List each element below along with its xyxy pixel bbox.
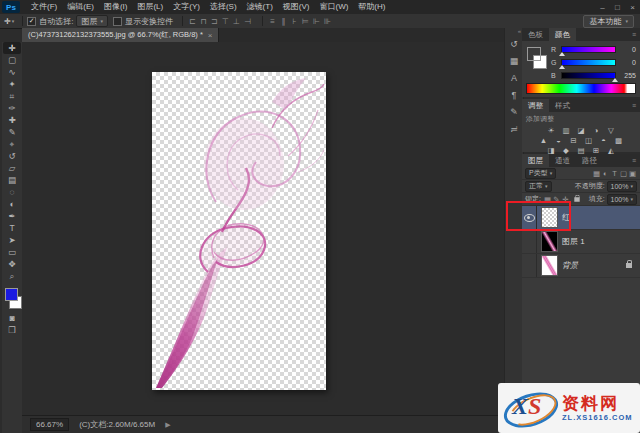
distribute-icon-4[interactable]: ⊩	[311, 17, 322, 26]
adjustment-icon-0-0[interactable]: ☀	[546, 126, 557, 135]
canvas[interactable]	[152, 72, 326, 390]
fill-dropdown[interactable]: 100% ▾	[607, 194, 637, 205]
clone-source-panel-icon[interactable]: ≓	[505, 120, 523, 137]
layer-filter-icon-3[interactable]: ▢	[619, 169, 628, 178]
zoom-tool[interactable]: ⌕	[3, 270, 21, 282]
menu-item-0[interactable]: 文件(F)	[26, 0, 62, 14]
adjustment-icon-2-2[interactable]: ▤	[576, 146, 587, 155]
workspace-switcher[interactable]: 基本功能 ▾	[583, 15, 634, 28]
path-selection-tool[interactable]: ➤	[3, 234, 21, 246]
brush-tool[interactable]: ✎	[3, 126, 21, 138]
document-tab[interactable]: (C)473731262132373555.jpg @ 66.7%(红, RGB…	[22, 28, 219, 42]
adjustment-icon-1-2[interactable]: ⊟	[568, 136, 579, 145]
menu-item-9[interactable]: 帮助(H)	[353, 0, 390, 14]
slider-value-b[interactable]: 255	[619, 72, 636, 79]
align-icon-5[interactable]: ⊣	[242, 17, 253, 26]
adjustment-icon-2-1[interactable]: ◆	[561, 146, 572, 155]
menu-item-8[interactable]: 窗口(W)	[314, 0, 353, 14]
color-menu-icon[interactable]: ≡	[632, 28, 640, 41]
lock-all-icon[interactable]	[574, 197, 579, 202]
menu-item-6[interactable]: 滤镜(T)	[242, 0, 278, 14]
auto-select-dropdown[interactable]: 图层 ▾	[76, 15, 108, 27]
screen-mode-icon[interactable]: ❒	[3, 324, 21, 336]
blend-mode-dropdown[interactable]: 正常 ▾	[525, 181, 552, 192]
auto-select-checkbox[interactable]: ✓	[27, 17, 36, 26]
slider-track-g[interactable]	[561, 59, 616, 66]
minimize-button[interactable]: –	[595, 1, 610, 14]
slider-thumb-g[interactable]	[559, 65, 565, 69]
history-brush-tool[interactable]: ↺	[3, 150, 21, 162]
adjustment-icon-1-0[interactable]: ▲	[538, 136, 549, 145]
align-icon-3[interactable]: ⊤	[220, 17, 231, 26]
visibility-toggle[interactable]	[522, 254, 537, 277]
foreground-color-swatch[interactable]	[5, 288, 18, 301]
foreground-color-swatch[interactable]	[527, 47, 541, 61]
adjustments-tab-0[interactable]: 调整	[522, 99, 549, 112]
adjustment-icon-0-3[interactable]: ◑	[591, 126, 602, 135]
layer-thumbnail[interactable]	[541, 255, 558, 276]
adjustment-icon-1-3[interactable]: ◫	[583, 136, 594, 145]
slider-thumb-b[interactable]	[612, 78, 618, 82]
layer-row-2[interactable]: 背景	[522, 254, 640, 278]
eyedropper-tool[interactable]: ✑	[3, 102, 21, 114]
quick-selection-tool[interactable]: ✦	[3, 78, 21, 90]
visibility-toggle[interactable]	[522, 230, 537, 253]
crop-tool[interactable]: ⌗	[3, 90, 21, 102]
layer-filter-icon-1[interactable]: ◐	[601, 169, 610, 178]
adjustment-icon-0-1[interactable]: ▥	[561, 126, 572, 135]
adjustment-icon-0-2[interactable]: ◪	[576, 126, 587, 135]
close-button[interactable]: ×	[625, 1, 640, 14]
color-tab-0[interactable]: 色板	[522, 28, 549, 41]
quick-mask-icon[interactable]: ◙	[3, 312, 21, 324]
layer-row-1[interactable]: 图层 1	[522, 230, 640, 254]
lasso-tool[interactable]: ∿	[3, 66, 21, 78]
status-options-arrow[interactable]: ▶	[165, 421, 170, 429]
color-tab-1[interactable]: 颜色	[549, 28, 576, 41]
tool-preset-picker[interactable]: ✛ ▾	[0, 17, 18, 26]
adjustment-icon-2-3[interactable]: ⊞	[591, 146, 602, 155]
blur-tool[interactable]: ◌	[3, 186, 21, 198]
gradient-tool[interactable]: ▤	[3, 174, 21, 186]
zoom-level-field[interactable]: 66.67%	[30, 418, 69, 431]
layer-filter-icon-4[interactable]: ▣	[628, 169, 637, 178]
marquee-tool[interactable]: ▢	[3, 54, 21, 66]
adjustment-icon-2-0[interactable]: ◨	[546, 146, 557, 155]
color-spectrum-ramp[interactable]	[526, 83, 636, 94]
adjustment-icon-0-4[interactable]: ▽	[606, 126, 617, 135]
distribute-icon-1[interactable]: ∥	[278, 17, 289, 26]
layers-tab-0[interactable]: 图层	[522, 154, 549, 167]
menu-item-1[interactable]: 编辑(E)	[62, 0, 99, 14]
distribute-icon-2[interactable]: ⊦	[289, 17, 300, 26]
menu-item-7[interactable]: 视图(V)	[278, 0, 315, 14]
slider-value-g[interactable]: 0	[619, 59, 636, 66]
slider-thumb-r[interactable]	[559, 52, 565, 56]
eraser-tool[interactable]: ▱	[3, 162, 21, 174]
align-icon-0[interactable]: ⊏	[187, 17, 198, 26]
brush-panel-icon[interactable]: ✎	[505, 103, 523, 120]
show-transform-checkbox[interactable]	[113, 17, 122, 26]
type-tool[interactable]: T	[3, 222, 21, 234]
history-panel-icon[interactable]: ↺	[505, 35, 523, 52]
adjustments-menu-icon[interactable]: ≡	[632, 99, 640, 112]
adjustment-icon-1-1[interactable]: ◒	[553, 136, 564, 145]
adjustment-icon-2-4[interactable]: ◭	[606, 146, 617, 155]
slider-track-r[interactable]	[561, 46, 616, 53]
layer-thumbnail[interactable]	[541, 231, 558, 252]
info-panel-icon[interactable]: ▦	[505, 52, 523, 69]
dodge-tool[interactable]: ◐	[3, 198, 21, 210]
move-tool[interactable]: ✛	[3, 42, 21, 54]
shape-tool[interactable]: ▭	[3, 246, 21, 258]
align-icon-4[interactable]: ⊥	[231, 17, 242, 26]
distribute-icon-3[interactable]: ⊨	[300, 17, 311, 26]
character-panel-icon[interactable]: A	[505, 69, 523, 86]
layers-tab-1[interactable]: 通道	[549, 154, 576, 167]
adjustment-icon-1-5[interactable]: ▩	[613, 136, 624, 145]
layers-menu-icon[interactable]: ≡	[632, 154, 640, 167]
menu-item-5[interactable]: 选择(S)	[205, 0, 242, 14]
layers-tab-2[interactable]: 路径	[576, 154, 603, 167]
hand-tool[interactable]: ✥	[3, 258, 21, 270]
layer-filter-icon-0[interactable]: ▦	[592, 169, 601, 178]
slider-track-b[interactable]	[561, 72, 616, 79]
align-icon-2[interactable]: ⊐	[209, 17, 220, 26]
clone-stamp-tool[interactable]: ⌖	[3, 138, 21, 150]
